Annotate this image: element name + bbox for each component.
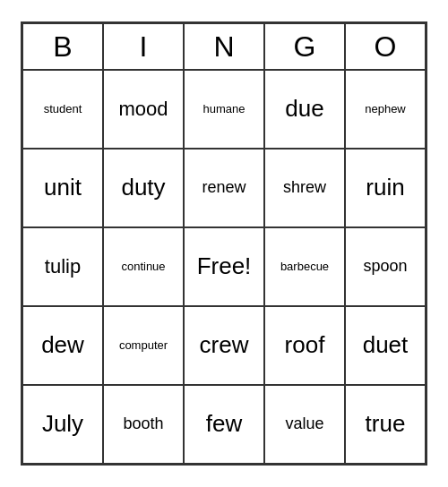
bingo-cell-4-4: true	[345, 385, 426, 464]
bingo-cell-0-4: nephew	[345, 70, 426, 149]
bingo-cell-3-3: roof	[264, 306, 345, 385]
bingo-cell-1-4: ruin	[345, 149, 426, 227]
cell-text-4-1: booth	[123, 414, 163, 434]
cell-text-1-3: shrew	[283, 178, 326, 198]
cell-text-1-2: renew	[202, 178, 246, 198]
header-cell-n: N	[184, 23, 264, 70]
cell-text-1-0: unit	[44, 174, 82, 201]
cell-text-1-1: duty	[121, 174, 165, 201]
bingo-cell-2-1: continue	[103, 227, 184, 306]
cell-text-1-4: ruin	[366, 174, 404, 201]
bingo-cell-0-2: humane	[184, 70, 264, 149]
bingo-cell-1-3: shrew	[264, 149, 345, 227]
bingo-cell-4-2: few	[184, 385, 264, 464]
cell-text-4-0: July	[42, 410, 83, 438]
bingo-cell-4-3: value	[264, 385, 345, 464]
bingo-row-1: unitdutyrenewshrewruin	[22, 149, 426, 227]
cell-text-2-3: barbecue	[280, 260, 329, 274]
bingo-row-0: studentmoodhumaneduenephew	[22, 70, 426, 149]
bingo-cell-0-1: mood	[103, 70, 184, 149]
bingo-row-2: tulipcontinueFree!barbecuespoon	[22, 227, 426, 306]
bingo-cell-2-4: spoon	[345, 227, 426, 306]
cell-text-2-4: spoon	[363, 257, 407, 277]
bingo-card: BINGO studentmoodhumaneduenephewunitduty…	[21, 21, 427, 466]
cell-text-3-2: crew	[200, 331, 249, 359]
bingo-cell-3-1: computer	[103, 306, 184, 385]
header-cell-o: O	[345, 23, 426, 70]
bingo-header: BINGO	[22, 23, 426, 70]
cell-text-3-4: duet	[363, 331, 409, 359]
bingo-cell-3-0: dew	[22, 306, 103, 385]
cell-text-4-3: value	[285, 414, 323, 434]
cell-text-0-1: mood	[118, 98, 168, 121]
cell-text-3-1: computer	[119, 338, 168, 353]
cell-text-3-3: roof	[285, 331, 325, 359]
bingo-cell-3-4: duet	[345, 306, 426, 385]
bingo-cell-3-2: crew	[184, 306, 264, 385]
cell-text-2-0: tulip	[45, 255, 81, 278]
cell-text-0-2: humane	[203, 102, 246, 116]
bingo-cell-0-3: due	[264, 70, 345, 149]
bingo-grid: studentmoodhumaneduenephewunitdutyrenews…	[22, 70, 426, 464]
bingo-cell-4-1: booth	[103, 385, 184, 464]
bingo-cell-1-2: renew	[184, 149, 264, 227]
bingo-cell-2-2: Free!	[184, 227, 264, 306]
bingo-cell-2-3: barbecue	[264, 227, 345, 306]
bingo-cell-2-0: tulip	[22, 227, 103, 306]
cell-text-0-3: due	[285, 95, 323, 123]
bingo-cell-1-1: duty	[103, 149, 184, 227]
bingo-cell-1-0: unit	[22, 149, 103, 227]
header-cell-g: G	[264, 23, 345, 70]
cell-text-4-4: true	[366, 410, 406, 438]
bingo-row-4: Julyboothfewvaluetrue	[22, 385, 426, 464]
header-cell-i: I	[103, 23, 184, 70]
cell-text-2-1: continue	[121, 260, 165, 274]
bingo-row-3: dewcomputercrewroofduet	[22, 306, 426, 385]
header-cell-b: B	[22, 23, 103, 70]
cell-text-4-2: few	[206, 410, 242, 438]
cell-text-2-2: Free!	[197, 252, 252, 280]
cell-text-3-0: dew	[41, 331, 84, 359]
bingo-cell-4-0: July	[22, 385, 103, 464]
cell-text-0-0: student	[44, 102, 82, 116]
cell-text-0-4: nephew	[365, 102, 406, 116]
bingo-cell-0-0: student	[22, 70, 103, 149]
